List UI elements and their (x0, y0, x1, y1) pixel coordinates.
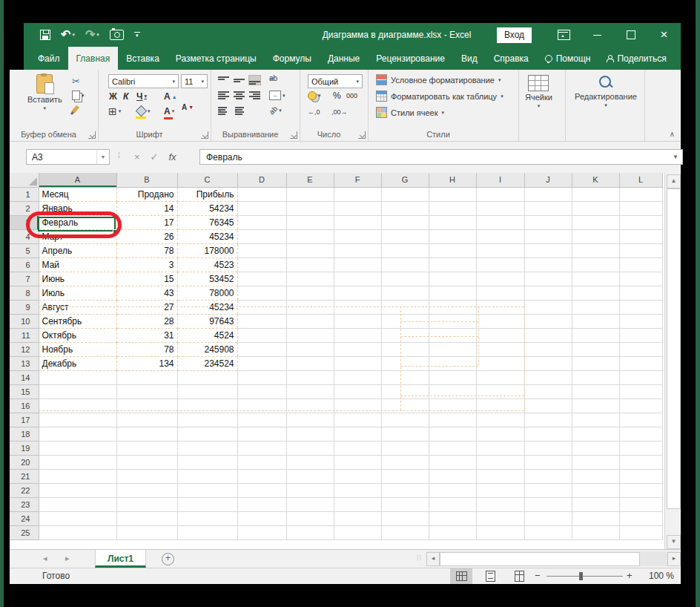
cell-E14[interactable] (286, 370, 334, 384)
cell-B15[interactable] (116, 384, 177, 398)
column-header-L[interactable]: L (619, 173, 662, 187)
cell-G18[interactable] (381, 427, 429, 441)
cell-K2[interactable] (572, 201, 619, 215)
cell-G12[interactable] (381, 342, 429, 356)
cell-A7[interactable]: Июнь (39, 272, 116, 286)
cell-E8[interactable] (286, 286, 334, 300)
cell-K9[interactable] (572, 300, 619, 314)
cell-D11[interactable] (237, 328, 286, 342)
cell-J4[interactable] (524, 229, 572, 243)
cell-E24[interactable] (286, 511, 334, 525)
scroll-right-icon[interactable]: ▸ (667, 552, 681, 566)
cell-F5[interactable] (334, 243, 381, 257)
align-left-button[interactable] (218, 91, 229, 100)
align-right-button[interactable] (249, 91, 260, 100)
cell-D19[interactable] (237, 441, 286, 455)
cell-I19[interactable] (476, 441, 524, 455)
cell-A21[interactable] (39, 469, 116, 483)
cell-C13[interactable]: 234524 (177, 356, 237, 370)
cell-A23[interactable] (39, 497, 116, 511)
cell-F19[interactable] (334, 441, 381, 455)
cell-G3[interactable] (381, 215, 429, 229)
cell-G9[interactable] (381, 300, 429, 314)
cell-G22[interactable] (381, 483, 429, 497)
cell-B17[interactable] (116, 413, 177, 427)
cell-B24[interactable] (116, 511, 177, 525)
cell-B16[interactable] (116, 398, 177, 413)
cell-L12[interactable] (619, 342, 662, 356)
cell-J23[interactable] (524, 497, 572, 511)
cell-I18[interactable] (476, 427, 524, 441)
cell-E22[interactable] (286, 483, 334, 497)
cell-F2[interactable] (334, 201, 381, 215)
cell-J2[interactable] (524, 201, 572, 215)
ribbon-tab-данные[interactable]: Данные (320, 47, 368, 70)
cell-L5[interactable] (619, 243, 662, 257)
cell-H14[interactable] (429, 370, 476, 384)
cell-C7[interactable]: 53452 (177, 272, 237, 286)
cell-H4[interactable] (429, 229, 476, 243)
cell-B12[interactable]: 78 (116, 342, 177, 356)
cell-F11[interactable] (334, 328, 381, 342)
cell-H25[interactable] (429, 525, 476, 539)
vertical-scrollbar[interactable]: ▲ ▼ (664, 173, 681, 549)
row-header-17[interactable]: 17 (10, 413, 39, 427)
cell-D17[interactable] (237, 413, 286, 427)
cell-C24[interactable] (177, 511, 237, 525)
ribbon-tab-формулы[interactable]: Формулы (265, 47, 320, 70)
cell-D4[interactable] (237, 229, 286, 243)
cell-I15[interactable] (476, 384, 524, 398)
cell-B23[interactable] (116, 497, 177, 511)
cell-D6[interactable] (237, 257, 286, 272)
cell-G15[interactable] (381, 384, 429, 398)
cell-K10[interactable] (572, 314, 619, 328)
row-header-10[interactable]: 10 (10, 314, 39, 328)
font-dialog-launcher[interactable] (201, 131, 208, 139)
cell-C10[interactable]: 97643 (177, 314, 237, 328)
cell-G25[interactable] (381, 525, 429, 539)
cell-A12[interactable]: Ноябрь (39, 342, 116, 356)
cell-A17[interactable] (39, 413, 116, 427)
cell-H16[interactable] (429, 398, 476, 413)
cell-B11[interactable]: 31 (116, 328, 177, 342)
sign-in-button[interactable]: Вход (497, 27, 532, 43)
cell-D12[interactable] (237, 342, 286, 356)
cell-J9[interactable] (524, 300, 572, 314)
cell-A16[interactable] (39, 398, 116, 413)
cell-D21[interactable] (237, 469, 286, 483)
cell-J6[interactable] (524, 257, 572, 272)
cell-K7[interactable] (572, 272, 619, 286)
ribbon-tab-вид[interactable]: Вид (453, 47, 486, 70)
cell-E1[interactable] (286, 187, 334, 201)
cell-K8[interactable] (572, 286, 619, 300)
cell-J5[interactable] (524, 243, 572, 257)
column-header-D[interactable]: D (237, 173, 286, 187)
cell-J17[interactable] (524, 413, 572, 427)
cell-H13[interactable] (429, 356, 476, 370)
increase-decimal-button[interactable]: ←,0 (308, 108, 320, 116)
align-top-button[interactable] (218, 76, 229, 85)
cell-I12[interactable] (476, 342, 524, 356)
merge-center-button[interactable]: ↔▾ (269, 91, 285, 100)
cell-J25[interactable] (524, 525, 572, 539)
cell-F20[interactable] (334, 455, 381, 469)
formula-bar-splitter[interactable]: ⁞ (118, 151, 120, 160)
column-header-F[interactable]: F (334, 173, 381, 187)
cell-L14[interactable] (619, 370, 662, 384)
cell-B21[interactable] (116, 469, 177, 483)
cell-F22[interactable] (334, 483, 381, 497)
align-bottom-button[interactable] (249, 76, 260, 85)
cell-A24[interactable] (39, 511, 116, 525)
cell-A15[interactable] (39, 384, 116, 398)
cell-I25[interactable] (476, 525, 524, 539)
cell-L25[interactable] (619, 525, 662, 539)
cell-K19[interactable] (572, 441, 619, 455)
cell-L1[interactable] (619, 187, 662, 201)
column-header-J[interactable]: J (524, 173, 572, 187)
cell-K5[interactable] (572, 243, 619, 257)
cell-J19[interactable] (524, 441, 572, 455)
cell-I8[interactable] (476, 286, 524, 300)
cell-K17[interactable] (572, 413, 619, 427)
cell-B8[interactable]: 43 (116, 286, 177, 300)
cell-K12[interactable] (572, 342, 619, 356)
